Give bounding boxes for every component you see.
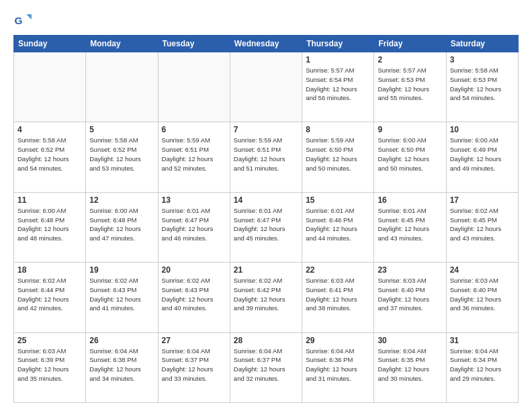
calendar-cell: 15Sunrise: 6:01 AM Sunset: 6:46 PM Dayli… bbox=[302, 192, 374, 262]
day-number: 5 bbox=[89, 125, 154, 134]
day-number: 31 bbox=[450, 336, 515, 345]
calendar-cell: 18Sunrise: 6:02 AM Sunset: 6:44 PM Dayli… bbox=[14, 263, 86, 332]
week-row-1: 1Sunrise: 5:57 AM Sunset: 6:54 PM Daylig… bbox=[14, 52, 519, 122]
calendar-cell: 1Sunrise: 5:57 AM Sunset: 6:54 PM Daylig… bbox=[302, 52, 374, 122]
day-number: 27 bbox=[162, 336, 226, 345]
weekday-header-tuesday: Tuesday bbox=[158, 36, 230, 52]
day-number: 23 bbox=[378, 265, 442, 275]
calendar-cell: 26Sunrise: 6:04 AM Sunset: 6:38 PM Dayli… bbox=[86, 332, 158, 402]
day-number: 6 bbox=[162, 125, 226, 134]
calendar-cell: 14Sunrise: 6:01 AM Sunset: 6:47 PM Dayli… bbox=[230, 192, 302, 262]
week-row-3: 11Sunrise: 6:00 AM Sunset: 6:48 PM Dayli… bbox=[14, 192, 519, 262]
day-number: 12 bbox=[89, 195, 154, 205]
day-number: 16 bbox=[378, 195, 442, 205]
day-number: 18 bbox=[17, 265, 82, 275]
calendar-cell: 29Sunrise: 6:04 AM Sunset: 6:36 PM Dayli… bbox=[302, 332, 374, 402]
day-number: 14 bbox=[234, 195, 298, 205]
calendar-cell: 20Sunrise: 6:02 AM Sunset: 6:43 PM Dayli… bbox=[158, 263, 230, 332]
day-info: Sunrise: 6:03 AM Sunset: 6:39 PM Dayligh… bbox=[17, 347, 82, 383]
day-info: Sunrise: 6:02 AM Sunset: 6:42 PM Dayligh… bbox=[234, 276, 298, 313]
logo: G bbox=[13, 11, 35, 30]
weekday-header-saturday: Saturday bbox=[446, 36, 518, 52]
day-number: 7 bbox=[234, 125, 298, 134]
calendar-cell bbox=[158, 52, 230, 122]
calendar-cell: 27Sunrise: 6:04 AM Sunset: 6:37 PM Dayli… bbox=[158, 332, 230, 402]
weekday-header-monday: Monday bbox=[86, 36, 158, 52]
day-info: Sunrise: 6:02 AM Sunset: 6:44 PM Dayligh… bbox=[17, 276, 82, 313]
calendar-cell: 13Sunrise: 6:01 AM Sunset: 6:47 PM Dayli… bbox=[158, 192, 230, 262]
day-info: Sunrise: 6:02 AM Sunset: 6:43 PM Dayligh… bbox=[162, 276, 226, 313]
day-info: Sunrise: 6:01 AM Sunset: 6:47 PM Dayligh… bbox=[162, 206, 226, 243]
day-info: Sunrise: 6:02 AM Sunset: 6:45 PM Dayligh… bbox=[450, 206, 515, 243]
day-number: 17 bbox=[450, 195, 515, 205]
day-info: Sunrise: 5:59 AM Sunset: 6:51 PM Dayligh… bbox=[162, 136, 226, 173]
day-number: 11 bbox=[17, 195, 82, 205]
day-number: 4 bbox=[17, 125, 82, 134]
weekday-header-sunday: Sunday bbox=[14, 36, 86, 52]
calendar-cell: 4Sunrise: 5:58 AM Sunset: 6:52 PM Daylig… bbox=[14, 122, 86, 192]
day-info: Sunrise: 6:04 AM Sunset: 6:37 PM Dayligh… bbox=[162, 347, 226, 383]
calendar-cell: 9Sunrise: 6:00 AM Sunset: 6:50 PM Daylig… bbox=[374, 122, 446, 192]
calendar-cell: 17Sunrise: 6:02 AM Sunset: 6:45 PM Dayli… bbox=[446, 192, 518, 262]
calendar-cell: 24Sunrise: 6:03 AM Sunset: 6:40 PM Dayli… bbox=[446, 263, 518, 332]
day-info: Sunrise: 5:57 AM Sunset: 6:53 PM Dayligh… bbox=[378, 66, 442, 103]
calendar-cell bbox=[86, 52, 158, 122]
day-number: 21 bbox=[234, 265, 298, 275]
day-number: 25 bbox=[17, 336, 82, 345]
calendar-cell: 3Sunrise: 5:58 AM Sunset: 6:53 PM Daylig… bbox=[446, 52, 518, 122]
day-info: Sunrise: 6:03 AM Sunset: 6:40 PM Dayligh… bbox=[450, 276, 515, 313]
day-info: Sunrise: 6:00 AM Sunset: 6:49 PM Dayligh… bbox=[450, 136, 515, 173]
day-info: Sunrise: 6:00 AM Sunset: 6:48 PM Dayligh… bbox=[89, 206, 154, 243]
calendar-cell: 2Sunrise: 5:57 AM Sunset: 6:53 PM Daylig… bbox=[374, 52, 446, 122]
calendar-header: SundayMondayTuesdayWednesdayThursdayFrid… bbox=[14, 36, 519, 52]
weekday-header-thursday: Thursday bbox=[302, 36, 374, 52]
day-info: Sunrise: 6:01 AM Sunset: 6:45 PM Dayligh… bbox=[378, 206, 442, 243]
page: G SundayMondayTuesdayWednesdayThursdayFr… bbox=[0, 0, 532, 411]
week-row-5: 25Sunrise: 6:03 AM Sunset: 6:39 PM Dayli… bbox=[14, 332, 519, 402]
day-info: Sunrise: 6:00 AM Sunset: 6:48 PM Dayligh… bbox=[17, 206, 82, 243]
calendar-cell: 25Sunrise: 6:03 AM Sunset: 6:39 PM Dayli… bbox=[14, 332, 86, 402]
day-number: 2 bbox=[378, 55, 442, 64]
day-info: Sunrise: 5:58 AM Sunset: 6:53 PM Dayligh… bbox=[450, 66, 515, 103]
calendar-cell: 21Sunrise: 6:02 AM Sunset: 6:42 PM Dayli… bbox=[230, 263, 302, 332]
day-info: Sunrise: 6:04 AM Sunset: 6:34 PM Dayligh… bbox=[450, 347, 515, 383]
week-row-2: 4Sunrise: 5:58 AM Sunset: 6:52 PM Daylig… bbox=[14, 122, 519, 192]
day-info: Sunrise: 6:00 AM Sunset: 6:50 PM Dayligh… bbox=[378, 136, 442, 173]
calendar-cell bbox=[14, 52, 86, 122]
weekday-header-friday: Friday bbox=[374, 36, 446, 52]
calendar-cell: 10Sunrise: 6:00 AM Sunset: 6:49 PM Dayli… bbox=[446, 122, 518, 192]
day-info: Sunrise: 6:03 AM Sunset: 6:40 PM Dayligh… bbox=[378, 276, 442, 313]
calendar-cell: 7Sunrise: 5:59 AM Sunset: 6:51 PM Daylig… bbox=[230, 122, 302, 192]
day-info: Sunrise: 6:04 AM Sunset: 6:36 PM Dayligh… bbox=[306, 347, 370, 383]
calendar-cell: 5Sunrise: 5:58 AM Sunset: 6:52 PM Daylig… bbox=[86, 122, 158, 192]
day-number: 13 bbox=[162, 195, 226, 205]
day-info: Sunrise: 5:59 AM Sunset: 6:51 PM Dayligh… bbox=[234, 136, 298, 173]
calendar-cell: 11Sunrise: 6:00 AM Sunset: 6:48 PM Dayli… bbox=[14, 192, 86, 262]
day-number: 1 bbox=[306, 55, 370, 64]
day-number: 28 bbox=[234, 336, 298, 345]
calendar-cell: 6Sunrise: 5:59 AM Sunset: 6:51 PM Daylig… bbox=[158, 122, 230, 192]
day-info: Sunrise: 6:01 AM Sunset: 6:47 PM Dayligh… bbox=[234, 206, 298, 243]
day-number: 10 bbox=[450, 125, 515, 134]
day-info: Sunrise: 6:04 AM Sunset: 6:38 PM Dayligh… bbox=[89, 347, 154, 383]
svg-marker-2 bbox=[27, 15, 32, 19]
day-info: Sunrise: 5:59 AM Sunset: 6:50 PM Dayligh… bbox=[306, 136, 370, 173]
calendar-cell: 31Sunrise: 6:04 AM Sunset: 6:34 PM Dayli… bbox=[446, 332, 518, 402]
day-info: Sunrise: 6:02 AM Sunset: 6:43 PM Dayligh… bbox=[89, 276, 154, 313]
day-info: Sunrise: 6:04 AM Sunset: 6:37 PM Dayligh… bbox=[234, 347, 298, 383]
day-number: 26 bbox=[89, 336, 154, 345]
day-number: 8 bbox=[306, 125, 370, 134]
day-info: Sunrise: 5:57 AM Sunset: 6:54 PM Dayligh… bbox=[306, 66, 370, 103]
calendar-cell bbox=[230, 52, 302, 122]
day-info: Sunrise: 6:04 AM Sunset: 6:35 PM Dayligh… bbox=[378, 347, 442, 383]
day-number: 22 bbox=[306, 265, 370, 275]
day-number: 24 bbox=[450, 265, 515, 275]
calendar-cell: 28Sunrise: 6:04 AM Sunset: 6:37 PM Dayli… bbox=[230, 332, 302, 402]
weekday-header-wednesday: Wednesday bbox=[230, 36, 302, 52]
calendar-cell: 22Sunrise: 6:03 AM Sunset: 6:41 PM Dayli… bbox=[302, 263, 374, 332]
logo-icon: G bbox=[13, 11, 32, 30]
week-row-4: 18Sunrise: 6:02 AM Sunset: 6:44 PM Dayli… bbox=[14, 263, 519, 332]
day-number: 19 bbox=[89, 265, 154, 275]
calendar-cell: 30Sunrise: 6:04 AM Sunset: 6:35 PM Dayli… bbox=[374, 332, 446, 402]
calendar-body: 1Sunrise: 5:57 AM Sunset: 6:54 PM Daylig… bbox=[14, 52, 519, 403]
